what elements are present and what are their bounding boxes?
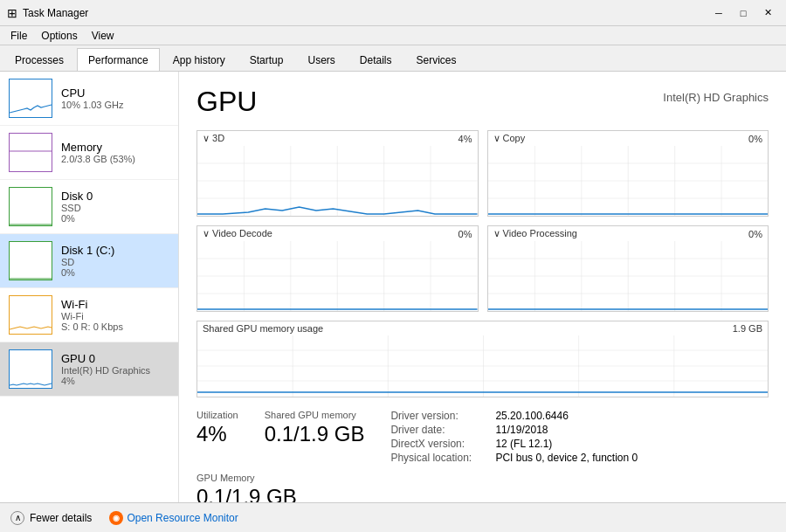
chart-wide-label: Shared GPU memory usage — [203, 323, 323, 334]
window-controls: ─ □ ✕ — [707, 5, 779, 21]
stats-section: Utilization 4% Shared GPU memory 0.1/1.9… — [196, 410, 769, 466]
disk0-sub1: SSD — [61, 203, 169, 213]
sidebar-item-disk1[interactable]: Disk 1 (C:) SD 0% — [0, 234, 178, 288]
menu-file[interactable]: File — [3, 28, 34, 44]
menu-bar: File Options View — [0, 26, 786, 45]
gpu-sub1: Intel(R) HD Graphics — [61, 365, 169, 376]
chart-videoprocessing-label: ∨ Video Processing — [493, 228, 577, 239]
stat-driver: Driver version: 25.20.100.6446 Driver da… — [390, 410, 638, 466]
tab-details[interactable]: Details — [348, 48, 403, 71]
open-resource-monitor-link[interactable]: ◉ Open Resource Monitor — [109, 511, 238, 525]
chart-copy-label: ∨ Copy — [493, 133, 526, 144]
chart-3d-label-row: ∨ 3D 4% — [197, 131, 478, 146]
memory-name: Memory — [61, 141, 169, 154]
chart-copy-label-row: ∨ Copy 0% — [488, 131, 769, 146]
bottom-bar: ∧ Fewer details ◉ Open Resource Monitor — [0, 502, 786, 532]
chart-3d-label: ∨ 3D — [203, 133, 224, 144]
sidebar-item-cpu[interactable]: CPU 10% 1.03 GHz — [0, 72, 178, 126]
memory-info: Memory 2.0/3.8 GB (53%) — [61, 141, 169, 164]
sidebar-item-wifi[interactable]: Wi-Fi Wi-Fi S: 0 R: 0 Kbps — [0, 288, 178, 342]
tab-users[interactable]: Users — [296, 48, 346, 71]
menu-options[interactable]: Options — [34, 28, 84, 44]
main-container: CPU 10% 1.03 GHz Memory 2.0/3.8 GB (53%) — [0, 72, 786, 502]
memory-sub: 2.0/3.8 GB (53%) — [61, 154, 169, 164]
open-resource-monitor-label: Open Resource Monitor — [127, 512, 238, 524]
stat-shared-memory: Shared GPU memory 0.1/1.9 GB — [265, 410, 365, 466]
wifi-sub2: S: 0 R: 0 Kbps — [61, 321, 169, 332]
driver-val-date: 11/19/2018 — [495, 424, 548, 436]
memory-mini-graph — [9, 133, 52, 172]
disk0-mini-graph — [9, 187, 52, 226]
stat-shared-memory-value: 0.1/1.9 GB — [265, 422, 365, 446]
chart-videodecode-label-row: ∨ Video Decode 0% — [197, 226, 478, 241]
content-area: GPU Intel(R) HD Graphics ∨ 3D 4% — [179, 72, 786, 502]
stat-shared-memory-label: Shared GPU memory — [265, 410, 365, 420]
disk1-info: Disk 1 (C:) SD 0% — [61, 244, 169, 278]
gpu-sub2: 4% — [61, 376, 169, 386]
chart-3d-canvas — [197, 146, 478, 216]
gpu-info: GPU 0 Intel(R) HD Graphics 4% — [61, 352, 169, 386]
chart-wide-value: 1.9 GB — [733, 323, 762, 334]
driver-key-version: Driver version: — [390, 410, 495, 422]
sidebar-item-gpu[interactable]: GPU 0 Intel(R) HD Graphics 4% — [0, 342, 178, 397]
driver-row-date: Driver date: 11/19/2018 — [390, 424, 638, 436]
fewer-details-button[interactable]: ∧ Fewer details — [10, 511, 92, 525]
driver-row-location: Physical location: PCI bus 0, device 2, … — [390, 452, 638, 464]
sidebar-item-memory[interactable]: Memory 2.0/3.8 GB (53%) — [0, 126, 178, 180]
wifi-mini-graph — [9, 295, 52, 335]
disk1-name: Disk 1 (C:) — [61, 244, 169, 257]
resource-monitor-icon: ◉ — [109, 511, 123, 525]
chart-videoprocessing-canvas — [488, 241, 769, 311]
driver-val-version: 25.20.100.6446 — [495, 410, 568, 422]
chevron-up-icon: ∧ — [10, 511, 24, 525]
disk1-mini-graph — [9, 241, 52, 280]
chart-3d: ∨ 3D 4% — [196, 130, 479, 217]
tab-bar: Processes Performance App history Startu… — [0, 45, 786, 72]
chart-videodecode-canvas — [197, 241, 478, 311]
tab-processes[interactable]: Processes — [3, 48, 75, 71]
app-title: Task Manager — [23, 7, 88, 19]
minimize-button[interactable]: ─ — [707, 5, 730, 21]
gpu-name: GPU 0 — [61, 352, 169, 365]
charts-top-grid: ∨ 3D 4% — [196, 130, 769, 312]
content-title: GPU — [196, 86, 257, 118]
stat-utilization: Utilization 4% — [196, 410, 238, 466]
cpu-mini-graph — [9, 79, 52, 118]
chart-video-processing: ∨ Video Processing 0% — [487, 225, 769, 312]
chart-video-decode: ∨ Video Decode 0% — [196, 225, 479, 312]
stat-utilization-value: 4% — [196, 422, 238, 446]
chart-copy-canvas — [488, 146, 769, 216]
chart-copy: ∨ Copy 0% — [487, 130, 769, 217]
sidebar: CPU 10% 1.03 GHz Memory 2.0/3.8 GB (53%) — [0, 72, 179, 502]
chart-shared-gpu-memory: Shared GPU memory usage 1.9 GB — [196, 321, 769, 397]
driver-val-directx: 12 (FL 12.1) — [495, 438, 552, 450]
cpu-sub: 10% 1.03 GHz — [61, 100, 169, 110]
gpu-mini-graph — [9, 349, 52, 389]
driver-key-directx: DirectX version: — [390, 438, 495, 450]
tab-performance[interactable]: Performance — [77, 48, 160, 71]
fewer-details-label: Fewer details — [30, 512, 92, 524]
chart-wide-label-row: Shared GPU memory usage 1.9 GB — [197, 321, 768, 335]
chart-3d-value: 4% — [458, 134, 472, 144]
wifi-info: Wi-Fi Wi-Fi S: 0 R: 0 Kbps — [61, 298, 169, 332]
chart-copy-value: 0% — [748, 134, 762, 144]
disk1-sub1: SD — [61, 257, 169, 267]
tab-app-history[interactable]: App history — [162, 48, 237, 71]
chart-videoprocessing-label-row: ∨ Video Processing 0% — [488, 226, 769, 241]
title-bar: ⊞ Task Manager ─ □ ✕ — [0, 0, 786, 26]
close-button[interactable]: ✕ — [756, 5, 779, 21]
tab-startup[interactable]: Startup — [238, 48, 295, 71]
chart-videodecode-label: ∨ Video Decode — [203, 228, 272, 239]
tab-services[interactable]: Services — [405, 48, 468, 71]
sidebar-item-disk0[interactable]: Disk 0 SSD 0% — [0, 180, 178, 234]
driver-key-location: Physical location: — [390, 452, 495, 464]
disk0-sub2: 0% — [61, 213, 169, 224]
driver-row-directx: DirectX version: 12 (FL 12.1) — [390, 438, 638, 450]
maximize-button[interactable]: □ — [732, 5, 755, 21]
stat-utilization-label: Utilization — [196, 410, 238, 420]
menu-view[interactable]: View — [85, 28, 121, 44]
stat-gpu-memory-label: GPU Memory — [196, 473, 769, 483]
app-icon: ⊞ — [7, 6, 17, 20]
chart-videoprocessing-value: 0% — [748, 229, 762, 239]
disk0-info: Disk 0 SSD 0% — [61, 190, 169, 224]
